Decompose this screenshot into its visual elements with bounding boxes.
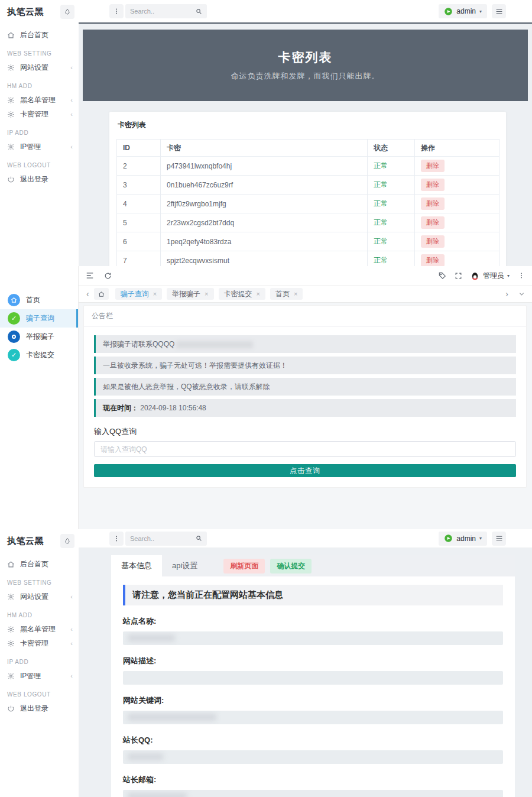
chevron-left-icon: ‹ bbox=[70, 144, 73, 150]
tab-bar: ‹ 骗子查询 × 举报骗子 × 卡密提交 × 首页 × › bbox=[79, 286, 532, 303]
tab-api-settings[interactable]: api设置 bbox=[162, 555, 207, 576]
search-icon[interactable] bbox=[196, 535, 202, 542]
sidebar-item-report-scammer[interactable]: 举报骗子 bbox=[0, 328, 78, 346]
layout-menu-button[interactable] bbox=[492, 4, 506, 18]
close-icon[interactable]: × bbox=[153, 290, 157, 297]
chevron-left-icon: ‹ bbox=[70, 111, 73, 118]
delete-button[interactable]: 删除 bbox=[421, 179, 445, 191]
tabs-scroll-left[interactable]: ‹ bbox=[86, 290, 89, 298]
sidebar-item-ip[interactable]: IP管理 ‹ bbox=[0, 669, 79, 682]
cell-id: 6 bbox=[117, 232, 161, 251]
tag-icon[interactable] bbox=[438, 271, 446, 280]
tabs-scroll-right[interactable]: › bbox=[505, 290, 508, 298]
sidebar-item-blacklist[interactable]: 黑名单管理 ‹ bbox=[0, 93, 79, 106]
query-submit-button[interactable]: 点击查询 bbox=[94, 464, 516, 477]
collapse-menu-icon[interactable] bbox=[86, 271, 94, 280]
chevron-left-icon: ‹ bbox=[70, 64, 73, 71]
redacted-blur bbox=[128, 634, 175, 642]
user-menu[interactable]: admin ▾ bbox=[439, 4, 487, 18]
admin-menu: 后台首页 WEB SETTING 网站设置 ‹ HM ADD 黑名单管理 ‹ 卡… bbox=[0, 24, 79, 186]
more-dots-button[interactable] bbox=[109, 532, 124, 546]
cell-id: 3 bbox=[117, 176, 161, 195]
tab-label: 举报骗子 bbox=[172, 289, 200, 299]
site-keywords-input[interactable] bbox=[123, 711, 503, 724]
tab-report-scammer[interactable]: 举报骗子 × bbox=[167, 288, 213, 300]
delete-button[interactable]: 删除 bbox=[421, 160, 445, 172]
chevron-left-icon: ‹ bbox=[70, 594, 73, 600]
cell-key: 0n1bueh467zc6uz9rf bbox=[161, 176, 368, 195]
site-description-input[interactable] bbox=[123, 671, 503, 685]
tab-scammer-query[interactable]: 骗子查询 × bbox=[115, 288, 162, 300]
chevron-down-icon: ▾ bbox=[479, 9, 482, 14]
sidebar-item-logout[interactable]: 退出登录 bbox=[0, 173, 79, 186]
sidebar-item-scammer-query[interactable]: ✓ 骗子查询 bbox=[0, 309, 78, 328]
droplet-icon bbox=[64, 537, 71, 545]
theme-droplet-button[interactable] bbox=[60, 534, 74, 548]
chevron-down-icon: ▾ bbox=[507, 273, 510, 278]
sidebar-item-site-settings[interactable]: 网站设置 ‹ bbox=[0, 590, 79, 603]
sidebar-item-home[interactable]: 后台首页 bbox=[0, 28, 79, 41]
confirm-submit-button[interactable]: 确认提交 bbox=[270, 559, 312, 574]
sidebar-item-home[interactable]: 首页 bbox=[0, 291, 78, 309]
toolbar-right: 管理员 ▾ bbox=[438, 271, 525, 281]
dots-vertical-icon[interactable] bbox=[518, 272, 525, 279]
notice-item: 现在时间： 2024-09-18 10:56:48 bbox=[94, 399, 516, 417]
close-icon[interactable]: × bbox=[257, 290, 260, 297]
tab-basic-info[interactable]: 基本信息 bbox=[111, 555, 162, 576]
site-name-input[interactable] bbox=[123, 631, 503, 645]
sidebar-item-cardkey-submit[interactable]: ✓ 卡密提交 bbox=[0, 346, 78, 364]
webmaster-email-input[interactable] bbox=[123, 790, 503, 797]
power-icon bbox=[7, 705, 15, 712]
field-label: 网站描述: bbox=[123, 656, 503, 666]
sidebar-item-label: IP管理 bbox=[20, 671, 41, 681]
chevron-left-icon: ‹ bbox=[70, 640, 73, 647]
sidebar-item-ip[interactable]: IP管理 ‹ bbox=[0, 140, 79, 153]
dots-vertical-icon bbox=[113, 535, 120, 542]
sidebar-item-home[interactable]: 后台首页 bbox=[0, 558, 79, 571]
sidebar-item-label: 退出登录 bbox=[20, 174, 48, 184]
search-icon[interactable] bbox=[196, 8, 202, 15]
gear-icon bbox=[7, 626, 15, 633]
tab-label: 卡密提交 bbox=[224, 289, 252, 299]
status-badge: 正常 bbox=[374, 256, 388, 264]
tab-home[interactable]: 首页 × bbox=[270, 288, 303, 300]
refresh-icon[interactable] bbox=[104, 272, 112, 280]
webmaster-qq-input[interactable] bbox=[123, 750, 503, 764]
tab-cardkey-submit[interactable]: 卡密提交 × bbox=[219, 288, 265, 300]
refresh-page-button[interactable]: 刷新页面 bbox=[223, 559, 265, 574]
theme-droplet-button[interactable] bbox=[60, 5, 74, 19]
layout-menu-button[interactable] bbox=[492, 532, 506, 546]
settings-panel: 请注意，您当前正在配置网站基本信息 站点名称: 网站描述: 网站关键词: 站长Q… bbox=[111, 576, 515, 797]
more-dots-button[interactable] bbox=[109, 4, 124, 18]
target-circle-icon bbox=[8, 331, 20, 343]
avatar bbox=[444, 7, 453, 16]
tabs-dropdown-icon[interactable] bbox=[518, 291, 525, 297]
sidebar-item-label: 后台首页 bbox=[20, 30, 48, 40]
brand-row: 执笔云黑 bbox=[0, 0, 79, 24]
sidebar-item-logout[interactable]: 退出登录 bbox=[0, 702, 79, 715]
admin-user-menu[interactable]: 管理员 ▾ bbox=[471, 271, 510, 281]
delete-button[interactable]: 删除 bbox=[421, 235, 445, 248]
delete-button[interactable]: 删除 bbox=[421, 216, 445, 229]
status-badge: 正常 bbox=[374, 199, 388, 208]
user-menu[interactable]: admin ▾ bbox=[439, 532, 487, 546]
home-tab-button[interactable] bbox=[94, 288, 109, 300]
search-box bbox=[125, 4, 207, 18]
sidebar-item-blacklist[interactable]: 黑名单管理 ‹ bbox=[0, 623, 79, 636]
sidebar-item-cardkey[interactable]: 卡密管理 ‹ bbox=[0, 637, 79, 650]
qq-query-input[interactable] bbox=[94, 441, 516, 457]
close-icon[interactable]: × bbox=[205, 290, 208, 297]
sidebar-item-cardkey[interactable]: 卡密管理 ‹ bbox=[0, 108, 79, 121]
tab-bar-right: › bbox=[502, 290, 525, 298]
sidebar-section-web-setting: WEB SETTING bbox=[0, 43, 79, 60]
top-header: admin ▾ bbox=[79, 0, 532, 24]
delete-button[interactable]: 删除 bbox=[421, 197, 445, 210]
search-input[interactable] bbox=[130, 8, 196, 15]
notice-time-value: 2024-09-18 10:56:48 bbox=[140, 404, 206, 412]
sidebar-item-site-settings[interactable]: 网站设置 ‹ bbox=[0, 61, 79, 74]
fullscreen-icon[interactable] bbox=[455, 272, 462, 280]
search-input[interactable] bbox=[130, 535, 196, 542]
delete-button[interactable]: 删除 bbox=[421, 254, 445, 266]
close-icon[interactable]: × bbox=[294, 290, 297, 297]
hero-title: 卡密列表 bbox=[278, 49, 333, 66]
